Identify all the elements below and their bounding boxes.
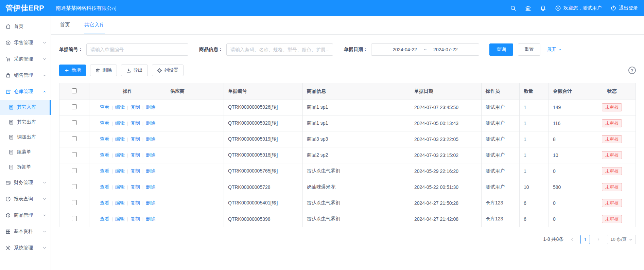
sidebar-item-retail[interactable]: 零售管理 <box>0 35 51 51</box>
date-range-picker[interactable]: 2024-04-22 ~ 2024-07-22 <box>371 43 479 56</box>
view-link[interactable]: 查看 <box>100 184 109 190</box>
sidebar-item-system[interactable]: 系统管理 <box>0 240 51 256</box>
delete-link[interactable]: 删除 <box>146 168 155 174</box>
sidebar-item-other-outbound[interactable]: 其它出库 <box>0 115 51 130</box>
amount-cell: 149 <box>549 100 588 115</box>
view-link[interactable]: 查看 <box>100 200 109 205</box>
delete-link[interactable]: 删除 <box>146 104 155 110</box>
table-header-row: 操作 供应商 单据编号 商品信息 单据日期 操作员 数量 金额合计 状态 <box>59 83 636 100</box>
sidebar-item-finance[interactable]: 财务管理 <box>0 175 51 191</box>
row-checkbox[interactable] <box>72 168 77 173</box>
add-button[interactable]: 新增 <box>59 65 86 76</box>
copy-link[interactable]: 复制 <box>130 120 140 126</box>
bill-no-cell: QTRK00000005926[转] <box>224 100 303 115</box>
tab-home[interactable]: 首页 <box>60 16 70 34</box>
export-button[interactable]: 导出 <box>121 65 148 76</box>
row-checkbox[interactable] <box>72 152 77 157</box>
next-page-button[interactable] <box>594 235 603 244</box>
edit-link[interactable]: 编辑 <box>115 200 125 205</box>
retail-coin-icon <box>5 40 11 46</box>
operator-cell: 仓库123 <box>482 195 520 211</box>
link-divider: | <box>127 105 128 110</box>
delete-link[interactable]: 删除 <box>146 120 155 126</box>
date-from[interactable]: 2024-04-22 <box>393 47 417 52</box>
document-icon <box>8 149 14 155</box>
welcome-user[interactable]: 欢迎您，测试用户 <box>555 5 602 11</box>
view-link[interactable]: 查看 <box>100 136 109 142</box>
select-all-checkbox[interactable] <box>72 88 77 93</box>
edit-link[interactable]: 编辑 <box>115 216 125 221</box>
product-cell: 雷达杀虫气雾剂 <box>303 163 410 179</box>
row-checkbox[interactable] <box>72 200 77 205</box>
sidebar-item-disassembly[interactable]: 拆卸单 <box>0 160 51 175</box>
date-to[interactable]: 2024-07-22 <box>433 47 458 52</box>
action-cell: 查看|编辑|复制|删除 <box>89 163 166 179</box>
sidebar-item-reports[interactable]: 报表查询 <box>0 191 51 207</box>
view-link[interactable]: 查看 <box>100 120 109 126</box>
row-checkbox[interactable] <box>72 136 77 141</box>
status-badge: 未审核 <box>602 199 622 208</box>
delete-link[interactable]: 删除 <box>146 184 155 190</box>
edit-link[interactable]: 编辑 <box>115 136 125 142</box>
sidebar-item-home[interactable]: 首页 <box>0 18 51 35</box>
quantity-cell: 1 <box>520 163 549 179</box>
finance-icon <box>5 180 11 185</box>
delete-link[interactable]: 删除 <box>146 136 155 142</box>
row-checkbox[interactable] <box>72 120 77 125</box>
bill-no-input[interactable] <box>86 43 188 56</box>
link-divider: | <box>127 185 128 190</box>
row-checkbox[interactable] <box>72 104 77 109</box>
row-checkbox[interactable] <box>72 184 77 189</box>
copy-link[interactable]: 复制 <box>130 184 140 190</box>
status-badge: 未审核 <box>602 183 622 192</box>
bill-no-cell: QTRK00000005918[转] <box>224 147 303 163</box>
help-icon[interactable]: ? <box>628 67 636 74</box>
edit-link[interactable]: 编辑 <box>115 152 125 158</box>
sidebar-item-assembly[interactable]: 组装单 <box>0 145 51 160</box>
logout-button[interactable]: 退出登录 <box>610 5 638 11</box>
sidebar-item-transfer-outbound[interactable]: 调拨出库 <box>0 130 51 145</box>
view-link[interactable]: 查看 <box>100 152 109 158</box>
bell-icon[interactable] <box>540 5 546 11</box>
row-checkbox[interactable] <box>72 216 77 221</box>
prev-page-button[interactable] <box>568 235 576 244</box>
delete-link[interactable]: 删除 <box>146 216 155 221</box>
search-icon[interactable] <box>510 5 516 11</box>
delete-link[interactable]: 删除 <box>146 152 155 158</box>
product-info-input[interactable] <box>226 43 333 56</box>
sidebar-item-goods[interactable]: 商品管理 <box>0 207 51 223</box>
copy-link[interactable]: 复制 <box>130 168 140 174</box>
edit-link[interactable]: 编辑 <box>115 104 125 110</box>
page-number-button[interactable]: 1 <box>580 235 590 244</box>
link-divider: | <box>142 105 143 110</box>
bank-icon[interactable] <box>525 5 531 11</box>
page-size-select[interactable]: 10 条/页 <box>607 235 636 244</box>
edit-link[interactable]: 编辑 <box>115 184 125 190</box>
operator-cell: 测试用户 <box>482 115 520 131</box>
action-cell: 查看|编辑|复制|删除 <box>89 131 166 147</box>
delete-link[interactable]: 删除 <box>146 200 155 205</box>
copy-link[interactable]: 复制 <box>130 216 140 221</box>
sidebar-item-warehouse[interactable]: 仓库管理 <box>0 84 51 100</box>
copy-link[interactable]: 复制 <box>130 136 140 142</box>
copy-link[interactable]: 复制 <box>130 104 140 110</box>
expand-link[interactable]: 展开 <box>547 47 562 53</box>
edit-link[interactable]: 编辑 <box>115 168 125 174</box>
view-link[interactable]: 查看 <box>100 216 109 221</box>
tab-other-inbound[interactable]: 其它入库 <box>84 16 105 34</box>
view-link[interactable]: 查看 <box>100 168 109 174</box>
tab-label: 首页 <box>60 22 70 28</box>
view-link[interactable]: 查看 <box>100 104 109 110</box>
reset-button[interactable]: 重置 <box>518 43 540 56</box>
delete-button[interactable]: 删除 <box>90 65 117 76</box>
column-settings-button[interactable]: 列设置 <box>152 65 184 76</box>
copy-link[interactable]: 复制 <box>130 200 140 205</box>
edit-link[interactable]: 编辑 <box>115 120 125 126</box>
sidebar-item-sales[interactable]: 销售管理 <box>0 67 51 84</box>
sidebar-item-other-inbound[interactable]: 其它入库 <box>0 100 51 115</box>
search-button[interactable]: 查询 <box>489 43 513 56</box>
bill-date-cell: 2024-07-03 23:15:02 <box>410 147 482 163</box>
sidebar-item-basic-data[interactable]: 基本资料 <box>0 223 51 240</box>
sidebar-item-purchase[interactable]: 采购管理 <box>0 51 51 67</box>
copy-link[interactable]: 复制 <box>130 152 140 158</box>
